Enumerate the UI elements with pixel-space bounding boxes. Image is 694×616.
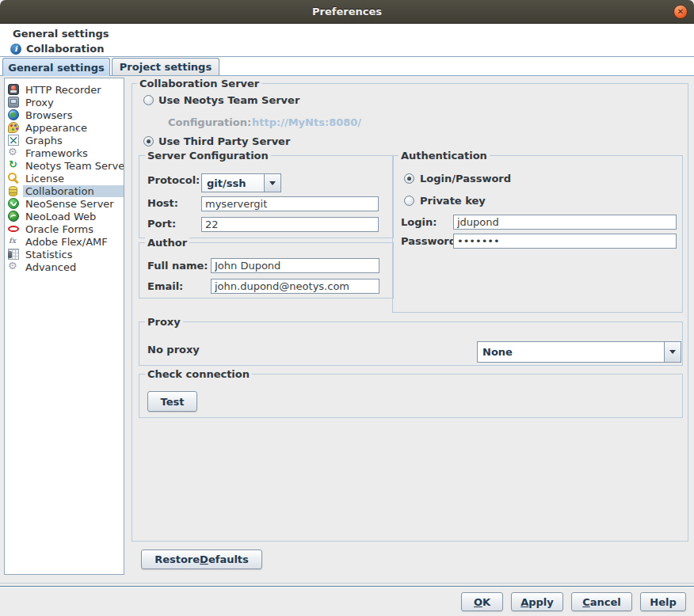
- use-third-party-server-radio[interactable]: [143, 136, 154, 146]
- proxy-select[interactable]: None: [477, 341, 681, 363]
- full-name-field[interactable]: [211, 258, 379, 273]
- sidebar-item-label: Frameworks: [23, 147, 90, 159]
- close-icon: ✕: [677, 8, 684, 16]
- email-label: Email:: [147, 280, 183, 293]
- page-header: General settings Collaboration: [0, 24, 694, 57]
- header-page-row: Collaboration: [10, 43, 104, 55]
- test-button[interactable]: Test: [147, 391, 197, 412]
- info-icon: [10, 44, 21, 55]
- proxy-selected-value: None: [478, 342, 664, 362]
- configuration-label: Configuration:: [168, 116, 251, 129]
- protocol-dropdown-button[interactable]: [264, 174, 280, 192]
- protocol-select[interactable]: git/ssh: [201, 173, 281, 192]
- check-connection-group: Check connection Test: [139, 374, 683, 418]
- apply-button[interactable]: Apply: [511, 592, 563, 611]
- tab-bar: General settings Project settings: [0, 57, 694, 75]
- gears-icon: [8, 147, 19, 158]
- preferences-window: Preferences ✕ General settings Collabora…: [0, 0, 694, 616]
- check-connection-title: Check connection: [145, 368, 252, 380]
- sidebar-item-neosense-server[interactable]: NeoSense Server: [5, 197, 124, 210]
- password-field[interactable]: [453, 234, 677, 249]
- sidebar-item-label: Statistics: [23, 249, 74, 260]
- author-group: Author Full name: Email:: [139, 242, 394, 298]
- titlebar: Preferences ✕: [0, 0, 694, 24]
- sidebar-item-frameworks[interactable]: Frameworks: [5, 146, 124, 159]
- sidebar-item-browsers[interactable]: Browsers: [5, 108, 124, 121]
- protocol-label: Protocol:: [147, 174, 200, 187]
- sidebar-item-license[interactable]: License: [5, 172, 124, 184]
- sidebar-item-advanced[interactable]: Advanced: [5, 260, 124, 273]
- sidebar-item-oracle-forms[interactable]: Oracle Forms: [5, 222, 124, 235]
- tab-content: HTTP RecorderProxyBrowsersAppearanceGrap…: [0, 75, 694, 584]
- sidebar-item-adobe-flex-amf[interactable]: Adobe Flex/AMF: [5, 235, 124, 248]
- port-label: Port:: [147, 218, 176, 230]
- tab-general-settings[interactable]: General settings: [2, 58, 110, 76]
- tab-project-settings[interactable]: Project settings: [112, 58, 219, 75]
- page-title: Collaboration: [26, 43, 104, 55]
- key-icon: [8, 173, 19, 184]
- restore-defaults-button[interactable]: Restore Defaults: [141, 549, 262, 569]
- oracle-icon: [8, 223, 19, 234]
- globe-icon: [8, 109, 19, 120]
- host-field[interactable]: [201, 196, 379, 211]
- login-password-radio[interactable]: [404, 173, 414, 184]
- sidebar-item-label: Collaboration: [23, 185, 124, 197]
- window-title: Preferences: [312, 6, 382, 17]
- sidebar-item-label: Browsers: [23, 109, 74, 121]
- sidebar-item-appearance[interactable]: Appearance: [5, 121, 124, 134]
- sidebar-item-label: Adobe Flex/AMF: [23, 236, 110, 248]
- server-configuration-title: Server Configuration: [145, 150, 271, 162]
- sidebar-item-neotys-team-server[interactable]: Neotys Team Server: [5, 159, 124, 172]
- password-label: Password:: [401, 235, 460, 248]
- email-field[interactable]: [211, 279, 379, 294]
- use-neotys-team-server-radio[interactable]: [143, 95, 154, 105]
- ok-button[interactable]: OK: [461, 592, 503, 611]
- proxy-group: Proxy No proxy None: [139, 321, 683, 366]
- configuration-link[interactable]: http://MyNts:8080/: [252, 116, 361, 129]
- sidebar-item-label: HTTP Recorder: [23, 84, 104, 96]
- sidebar-item-collaboration[interactable]: Collaboration: [5, 184, 124, 197]
- palette-icon: [8, 122, 19, 133]
- sidebar-item-proxy[interactable]: Proxy: [5, 96, 124, 108]
- authentication-group: Authentication Login/Password Private ke…: [392, 155, 683, 313]
- use-neotys-team-server-label: Use Neotys Team Server: [158, 94, 299, 107]
- collaboration-server-group: Collaboration Server Use Neotys Team Ser…: [132, 83, 688, 542]
- sidebar-item-label: Proxy: [23, 97, 56, 108]
- sidebar-item-http-recorder[interactable]: HTTP Recorder: [5, 83, 124, 96]
- sidebar-item-label: Oracle Forms: [23, 223, 96, 235]
- private-key-radio[interactable]: [404, 196, 414, 206]
- sidebar-item-neoload-web[interactable]: NeoLoad Web: [5, 210, 124, 222]
- sidebar-item-statistics[interactable]: Statistics: [5, 248, 124, 260]
- login-label: Login:: [401, 216, 437, 229]
- sidebar-item-label: Appearance: [23, 122, 90, 134]
- cancel-button[interactable]: Cancel: [571, 592, 632, 611]
- pulse-icon: [8, 198, 19, 209]
- web-icon: [8, 211, 19, 222]
- sidebar-item-graphs[interactable]: Graphs: [5, 134, 124, 146]
- sidebar-item-label: Advanced: [23, 261, 78, 273]
- close-button[interactable]: ✕: [673, 5, 688, 19]
- host-label: Host:: [147, 197, 178, 210]
- stats-icon: [8, 249, 19, 260]
- sidebar-item-label: Neotys Team Server: [23, 160, 124, 172]
- chevron-down-icon: [269, 181, 276, 185]
- sidebar-item-label: NeoSense Server: [23, 198, 116, 210]
- help-button[interactable]: Help: [640, 592, 686, 611]
- flex-icon: [8, 236, 19, 247]
- footer-button-bar: OK Apply Cancel Help: [0, 587, 694, 616]
- login-password-label: Login/Password: [420, 173, 511, 185]
- login-field[interactable]: [453, 215, 677, 230]
- protocol-selected-value: git/ssh: [202, 174, 264, 192]
- port-field[interactable]: [201, 217, 379, 232]
- sidebar-item-label: NeoLoad Web: [23, 211, 98, 222]
- proxy-dropdown-button[interactable]: [664, 342, 681, 362]
- authentication-title: Authentication: [398, 150, 490, 162]
- server-configuration-group: Server Configuration Protocol: git/ssh H…: [139, 155, 394, 238]
- chevron-down-icon: [669, 350, 676, 354]
- private-key-label: Private key: [420, 195, 486, 207]
- db-icon: [9, 186, 17, 196]
- sync-icon: [8, 160, 19, 171]
- settings-category-list: HTTP RecorderProxyBrowsersAppearanceGrap…: [4, 78, 124, 575]
- author-title: Author: [145, 237, 189, 249]
- header-category: General settings: [13, 28, 109, 40]
